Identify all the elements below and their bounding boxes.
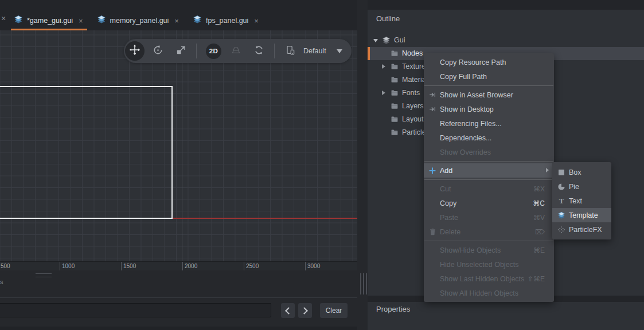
ruler-tick xyxy=(121,262,122,270)
folder-icon xyxy=(391,62,399,73)
menu-item-label: Show All Hidden Objects xyxy=(440,289,518,297)
menu-separator xyxy=(424,241,553,241)
tab-label: fps_panel.gui xyxy=(206,17,248,25)
menu-item-delete: Delete⌦ xyxy=(424,225,554,239)
device-icon xyxy=(285,45,296,58)
menu-item-dependencies-[interactable]: Dependencies... xyxy=(424,131,554,145)
expander-right-icon[interactable] xyxy=(382,91,385,95)
menu-item-label: Show in Desktop xyxy=(440,105,494,113)
outline-item-label: Fonts xyxy=(402,87,420,100)
menu-item-label: Referencing Files... xyxy=(440,120,502,128)
gui-file-icon xyxy=(97,15,106,26)
menu-item-template[interactable]: Template xyxy=(552,208,611,222)
menu-item-label: Add xyxy=(440,167,452,175)
menu-item-show-in-asset-browser[interactable]: Show in Asset Browser xyxy=(424,88,554,102)
properties-panel-title: Properties xyxy=(376,305,410,313)
expander-right-icon[interactable] xyxy=(382,64,385,69)
console-clipped-label: s xyxy=(0,278,3,285)
ruler-tick xyxy=(182,262,183,270)
ruler-tick xyxy=(244,262,244,270)
menu-item-label: Copy Resource Path xyxy=(440,58,506,66)
move-tool-button[interactable] xyxy=(125,41,145,61)
menu-item-paste: Paste⌘V xyxy=(424,210,554,225)
tab-close-icon[interactable]: × xyxy=(174,17,179,25)
menu-item-label: Copy Full Path xyxy=(440,73,487,81)
realign-camera-button[interactable] xyxy=(249,45,268,58)
tab-close-icon[interactable]: × xyxy=(254,17,259,25)
menu-item-add[interactable]: Add xyxy=(424,163,554,178)
outline-item-label: Nodes xyxy=(402,47,423,60)
menu-item-shortcut: ⌘C xyxy=(533,199,545,207)
chevron-right-icon xyxy=(300,307,308,315)
tab-memory-panel-gui[interactable]: memory_panel.gui× xyxy=(92,11,185,30)
tab-label: memory_panel.gui xyxy=(110,17,169,25)
panel-splitter[interactable] xyxy=(357,0,368,330)
menu-item-pie[interactable]: Pie xyxy=(552,179,611,194)
find-next-button[interactable] xyxy=(298,303,312,318)
menu-item-copy-full-path[interactable]: Copy Full Path xyxy=(424,69,554,84)
tab-close-icon[interactable]: × xyxy=(79,17,83,25)
chevron-down-icon[interactable] xyxy=(337,49,342,53)
console-divider xyxy=(0,297,357,298)
particlefx-icon xyxy=(557,226,565,234)
outline-panel-title: Outline xyxy=(376,14,400,23)
menu-item-box[interactable]: Box xyxy=(552,165,611,179)
gui-canvas-bounds xyxy=(0,86,173,219)
folder-icon xyxy=(391,76,399,86)
menu-item-copy[interactable]: Copy⌘C xyxy=(424,196,554,210)
folder-icon xyxy=(391,89,399,99)
scale-tool-button[interactable] xyxy=(171,45,190,58)
layout-selector-value[interactable]: Default xyxy=(303,47,326,55)
menu-item-hide-unselected-objects: Hide Unselected Objects xyxy=(424,257,554,272)
horizontal-splitter-grip[interactable] xyxy=(36,273,52,277)
find-previous-button[interactable] xyxy=(281,303,295,318)
menu-item-show-all-hidden-objects: Show All Hidden Objects xyxy=(424,286,554,300)
menu-item-label: Delete xyxy=(440,228,460,236)
toolbar-separator xyxy=(196,44,197,58)
gui-file-icon xyxy=(193,15,202,26)
vertical-splitter-grip[interactable] xyxy=(360,273,367,294)
folder-icon xyxy=(391,115,399,125)
menu-item-show-hide-objects: Show/Hide Objects⌘E xyxy=(424,243,554,257)
tab-label: *game_gui.gui xyxy=(27,17,73,25)
tab--game-gui-gui[interactable]: *game_gui.gui× xyxy=(9,11,89,30)
layout-device-button[interactable] xyxy=(282,45,299,58)
menu-item-particlefx[interactable]: ParticleFX xyxy=(552,222,611,237)
menu-separator xyxy=(424,161,553,162)
menu-item-label: Show Overrides xyxy=(440,148,491,156)
viewport-toolbar: 2D Default xyxy=(124,39,352,63)
ruler-tick-label: 1000 xyxy=(62,263,75,269)
move-icon xyxy=(129,44,140,58)
text-icon: T xyxy=(557,197,565,205)
menu-separator xyxy=(424,85,553,86)
editor-region: × *game_gui.gui× memory_panel.gui× fps_p… xyxy=(0,0,357,330)
chevron-left-icon xyxy=(285,307,292,315)
outline-item-label: Layers xyxy=(402,100,424,113)
ruler-tick xyxy=(60,262,60,270)
menu-item-label: ParticleFX xyxy=(569,226,602,234)
menu-item-copy-resource-path[interactable]: Copy Resource Path xyxy=(424,55,554,69)
menu-item-label: Hide Unselected Objects xyxy=(440,261,519,269)
ruler-tick-label: 2500 xyxy=(246,263,259,269)
search-input[interactable] xyxy=(0,303,271,317)
rotate-tool-button[interactable] xyxy=(148,45,167,58)
add-submenu: BoxPieTText TemplateParticleFX xyxy=(552,162,611,239)
gui-file-icon xyxy=(14,15,23,26)
box-icon xyxy=(557,168,565,176)
2d-mode-button[interactable]: 2D xyxy=(206,44,221,59)
menu-item-text[interactable]: TText xyxy=(552,194,611,208)
clipped-tab-close-icon[interactable]: × xyxy=(1,14,6,23)
arrow-into-icon xyxy=(428,105,436,113)
tab-fps-panel-gui[interactable]: fps_panel.gui× xyxy=(188,11,264,30)
menu-item-cut: Cut⌘X xyxy=(424,182,554,196)
pie-icon xyxy=(557,183,565,191)
tab-bar: × *game_gui.gui× memory_panel.gui× fps_p… xyxy=(0,0,357,30)
menu-separator xyxy=(424,179,553,180)
menu-item-show-in-desktop[interactable]: Show in Desktop xyxy=(424,102,554,116)
menu-item-referencing-files-[interactable]: Referencing Files... xyxy=(424,116,554,131)
scene-viewport[interactable]: 2D Default xyxy=(0,30,357,261)
expander-down-icon[interactable] xyxy=(373,39,378,42)
frustum-button[interactable] xyxy=(226,45,245,58)
clear-button[interactable]: Clear xyxy=(320,303,348,318)
outline-item-gui[interactable]: Gui xyxy=(368,34,644,47)
